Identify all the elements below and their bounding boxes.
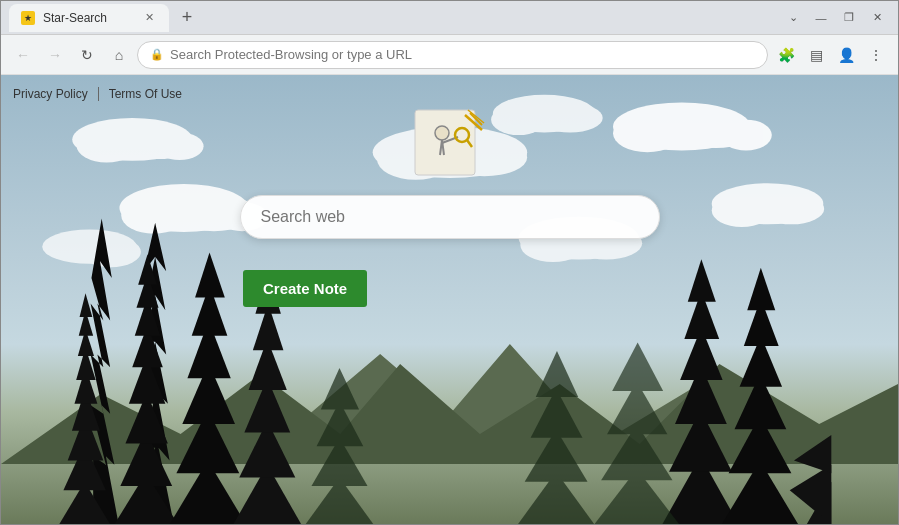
- nav-right-icons: 🧩 ▤ 👤 ⋮: [772, 41, 890, 69]
- nav-bar: ← → ↻ ⌂ 🔒 🧩 ▤ 👤 ⋮: [1, 35, 898, 75]
- url-input[interactable]: [170, 47, 755, 62]
- footer-divider: [98, 87, 99, 101]
- tab-title: Star-Search: [43, 11, 107, 25]
- restore-button[interactable]: ❐: [836, 8, 862, 28]
- minimize-button[interactable]: —: [808, 8, 834, 28]
- title-bar: ★ Star-Search ✕ + ⌄ — ❐ ✕: [1, 1, 898, 35]
- forward-button[interactable]: →: [41, 41, 69, 69]
- menu-button[interactable]: ⋮: [862, 41, 890, 69]
- back-button[interactable]: ←: [9, 41, 37, 69]
- new-tab-button[interactable]: +: [173, 4, 201, 32]
- window-controls: ⌄ — ❐ ✕: [780, 8, 890, 28]
- browser-tab[interactable]: ★ Star-Search ✕: [9, 4, 169, 32]
- create-note-button[interactable]: Create Note: [243, 270, 367, 307]
- terms-of-use-link[interactable]: Terms Of Use: [109, 87, 182, 101]
- search-input[interactable]: [240, 195, 660, 239]
- tab-favicon: ★: [21, 11, 35, 25]
- svg-point-87: [435, 126, 449, 140]
- sidebar-button[interactable]: ▤: [802, 41, 830, 69]
- chevron-down-control[interactable]: ⌄: [780, 8, 806, 28]
- reload-button[interactable]: ↻: [73, 41, 101, 69]
- logo-container: [410, 105, 490, 185]
- privacy-policy-link[interactable]: Privacy Policy: [13, 87, 88, 101]
- page-content: Privacy Policy Terms Of Use: [1, 75, 898, 524]
- search-container: [240, 195, 660, 239]
- close-button[interactable]: ✕: [864, 8, 890, 28]
- extensions-button[interactable]: 🧩: [772, 41, 800, 69]
- star-search-logo: [410, 105, 490, 185]
- address-bar[interactable]: 🔒: [137, 41, 768, 69]
- lock-icon: 🔒: [150, 48, 164, 61]
- tab-close-button[interactable]: ✕: [141, 10, 157, 26]
- profile-button[interactable]: 👤: [832, 41, 860, 69]
- footer-links: Privacy Policy Terms Of Use: [13, 87, 182, 101]
- browser-window: ★ Star-Search ✕ + ⌄ — ❐ ✕ ← → ↻ ⌂ 🔒 🧩 ▤ …: [0, 0, 899, 525]
- home-button[interactable]: ⌂: [105, 41, 133, 69]
